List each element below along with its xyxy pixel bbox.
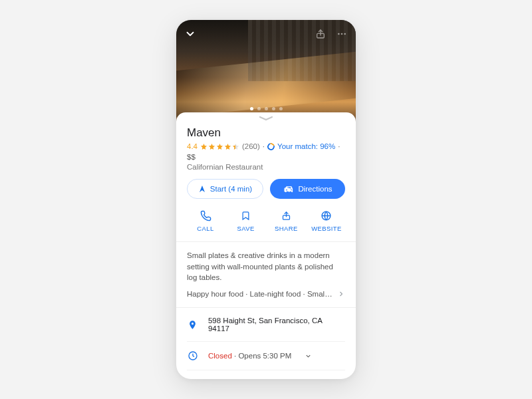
chevron-down-icon [305, 352, 312, 360]
place-description: Small plates & creative drinks in a mode… [187, 250, 345, 283]
directions-label: Directions [298, 185, 332, 193]
clock-icon [187, 350, 199, 361]
place-category: Californian Restaurant [187, 163, 345, 171]
website-button[interactable]: WEBSITE [309, 209, 344, 232]
save-button[interactable]: SAVE [229, 209, 263, 232]
quick-actions: CALL SAVE SHARE WEBSITE [187, 209, 345, 232]
svg-point-1 [338, 33, 340, 35]
gallery-dots [176, 107, 356, 110]
rating-value: 4.4 [187, 142, 198, 150]
review-count: (260) [242, 142, 260, 150]
svg-point-3 [344, 33, 346, 35]
save-label: SAVE [237, 225, 255, 232]
address-row[interactable]: 598 Haight St, San Francisco, CA 94117 [187, 308, 345, 341]
share-button[interactable]: SHARE [269, 209, 303, 232]
website-label: WEBSITE [311, 225, 342, 232]
svg-rect-0 [317, 33, 325, 38]
hours-row[interactable]: Closed · Opens 5:30 PM [187, 341, 345, 370]
rating-line[interactable]: 4.4 (260) · Your match: 96% · $$ [187, 142, 345, 161]
bookmark-icon [240, 209, 252, 221]
phone-icon [200, 209, 211, 221]
attributes-row[interactable]: Happy hour food · Late-night food · Smal… [187, 290, 345, 298]
match-text[interactable]: Your match: 96% [277, 142, 335, 150]
directions-button[interactable]: Directions [270, 179, 345, 199]
match-badge-icon [266, 141, 276, 151]
hero-photo[interactable] [176, 20, 356, 125]
separator-dot: · [263, 142, 265, 150]
chevron-right-icon [337, 290, 345, 298]
open-status: Closed [208, 352, 232, 360]
opens-at: · Opens 5:30 PM [232, 352, 292, 360]
sheet-handle[interactable] [176, 112, 356, 125]
share-icon[interactable] [313, 27, 328, 41]
globe-icon [321, 209, 332, 221]
section-divider [176, 241, 356, 242]
stars-icon [200, 143, 239, 150]
call-button[interactable]: CALL [188, 209, 223, 232]
svg-point-2 [341, 33, 343, 35]
place-title: Maven [187, 126, 345, 140]
address-text: 598 Haight St, San Francisco, CA 94117 [208, 317, 345, 332]
start-navigation-button[interactable]: Start (4 min) [187, 179, 263, 199]
menu-row[interactable]: Menu maven-sf.com [187, 370, 345, 379]
place-sheet: Maven 4.4 (260) · Your match: 96% · $$ C… [176, 20, 356, 379]
price-level: $$ [187, 153, 196, 161]
more-icon[interactable] [334, 27, 349, 41]
collapse-chevron-icon[interactable] [183, 27, 198, 41]
separator-dot: · [338, 142, 340, 150]
attribute-tags: Happy hour food · Late-night food · Smal… [187, 290, 333, 298]
call-label: CALL [197, 225, 213, 232]
share-icon [280, 209, 292, 221]
pin-icon [187, 319, 199, 331]
content-area: Maven 4.4 (260) · Your match: 96% · $$ C… [176, 125, 356, 379]
start-label: Start (4 min) [210, 185, 252, 193]
share-label: SHARE [275, 225, 298, 232]
